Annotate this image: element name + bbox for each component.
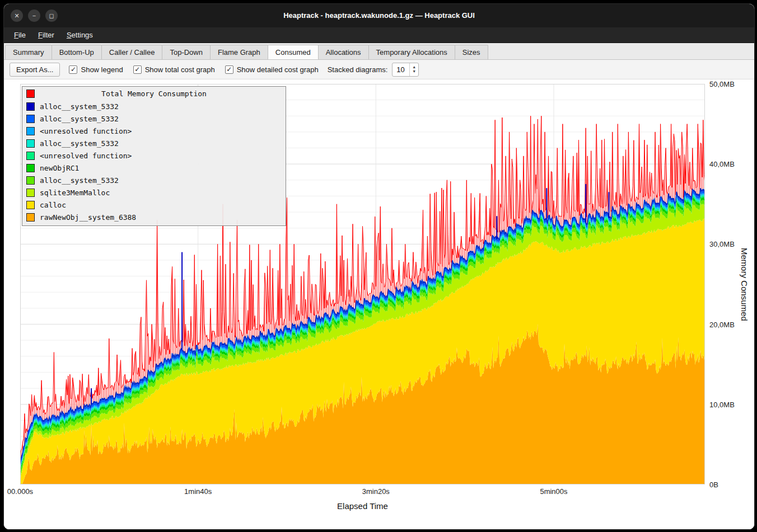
- legend-item: alloc__system_5332: [22, 174, 286, 186]
- legend-item-label: alloc__system_5332: [40, 176, 119, 185]
- legend-item: <unresolved function>: [22, 125, 286, 137]
- legend-item-label: sqlite3MemMalloc: [40, 189, 110, 197]
- tab-caller-callee[interactable]: Caller / Callee: [101, 45, 163, 59]
- tab-sizes[interactable]: Sizes: [455, 45, 488, 59]
- y-axis-label: 50,0MB: [709, 80, 735, 88]
- legend-title-label: Total Memory Consumption: [101, 90, 207, 98]
- stacked-diagrams-label: Stacked diagrams:: [328, 65, 388, 74]
- tab-temporary-allocations[interactable]: Temporary Allocations: [368, 45, 455, 59]
- checkbox-label: Show total cost graph: [145, 65, 215, 74]
- window-controls: ✕ − ◻: [11, 10, 58, 22]
- legend-item-label: newObjRC1: [40, 164, 79, 172]
- chart-area: Total Memory Consumptionalloc__system_53…: [4, 79, 754, 529]
- menu-file[interactable]: File: [8, 29, 31, 41]
- y-axis-label: 0B: [709, 481, 718, 489]
- y-axis-label: 30,0MB: [709, 240, 735, 248]
- legend-item-label: alloc__system_5332: [40, 115, 119, 123]
- legend-item: calloc: [22, 199, 286, 211]
- checkbox-show-legend[interactable]: ✓Show legend: [69, 65, 123, 74]
- checkbox-box: ✓: [225, 65, 233, 74]
- x-axis-label: 3min20s: [351, 487, 401, 496]
- titlebar[interactable]: ✕ − ◻ Heaptrack - heaptrack.wakunode.1.g…: [4, 4, 754, 27]
- legend-item: sqlite3MemMalloc: [22, 186, 286, 199]
- toolbar-checkboxes: ✓Show legend✓Show total cost graph✓Show …: [69, 65, 318, 74]
- spinbox-arrows: ▲ ▼: [409, 63, 418, 76]
- y-axis-label: 20,0MB: [709, 321, 735, 329]
- x-axis-label: 5min00s: [529, 487, 579, 496]
- legend-item: alloc__system_5332: [22, 112, 286, 125]
- heaptrack-window: ✕ − ◻ Heaptrack - heaptrack.wakunode.1.g…: [3, 3, 755, 530]
- minimize-button[interactable]: −: [28, 10, 40, 22]
- legend-swatch: [26, 213, 35, 222]
- legend-swatch: [26, 115, 35, 123]
- y-axis-label: 10,0MB: [709, 401, 735, 409]
- maximize-button[interactable]: ◻: [45, 10, 58, 22]
- stacked-diagrams-spinbox[interactable]: 10 ▲ ▼: [392, 63, 419, 77]
- legend-item: alloc__system_5332: [22, 137, 286, 149]
- checkbox-show-detailed-cost-graph[interactable]: ✓Show detailed cost graph: [225, 65, 319, 74]
- tab-top-down[interactable]: Top-Down: [162, 45, 211, 59]
- x-axis-label: 00.000s: [3, 487, 45, 496]
- tab-flame-graph[interactable]: Flame Graph: [210, 45, 268, 59]
- legend-item: newObjRC1: [22, 162, 286, 174]
- x-axis-label: 1min40s: [173, 487, 223, 496]
- y-axis-title: Memory Consumed: [740, 84, 749, 484]
- tab-bottom-up[interactable]: Bottom-Up: [52, 45, 102, 59]
- tab-allocations[interactable]: Allocations: [318, 45, 369, 59]
- legend-swatch: [26, 102, 35, 111]
- legend-swatch: [26, 139, 35, 148]
- legend-item: rawNewObj__system_6388: [22, 211, 286, 223]
- spinbox-value: 10: [392, 65, 409, 74]
- x-axis-title: Elapsed Time: [20, 501, 705, 511]
- toolbar: Export As... ✓Show legend✓Show total cos…: [4, 60, 754, 79]
- checkbox-box: ✓: [69, 65, 77, 74]
- menu-bar: FileFilterSettings: [4, 27, 754, 43]
- legend-item-label: <unresolved function>: [40, 152, 132, 160]
- legend-item-label: calloc: [40, 201, 66, 209]
- chart-legend: Total Memory Consumptionalloc__system_53…: [22, 86, 286, 226]
- legend-item: alloc__system_5332: [22, 100, 286, 112]
- legend-swatch: [26, 201, 35, 209]
- legend-item-label: alloc__system_5332: [40, 102, 119, 111]
- legend-swatch: [26, 127, 35, 135]
- menu-settings[interactable]: Settings: [61, 29, 99, 41]
- checkbox-label: Show legend: [81, 65, 123, 74]
- legend-swatch-total: [26, 90, 35, 98]
- checkbox-label: Show detailed cost graph: [237, 65, 319, 74]
- spinbox-up-arrow[interactable]: ▲: [410, 65, 418, 69]
- legend-title-row: Total Memory Consumption: [22, 88, 286, 100]
- tab-consumed[interactable]: Consumed: [268, 45, 319, 59]
- legend-swatch: [26, 176, 35, 185]
- tab-summary[interactable]: Summary: [5, 45, 52, 59]
- export-as-button[interactable]: Export As...: [10, 63, 60, 77]
- legend-swatch: [26, 189, 35, 197]
- checkbox-show-total-cost-graph[interactable]: ✓Show total cost graph: [133, 65, 215, 74]
- y-axis-label: 40,0MB: [709, 160, 735, 168]
- legend-item-label: alloc__system_5332: [40, 139, 119, 148]
- legend-item-label: <unresolved function>: [40, 127, 132, 135]
- screen-background: ✕ − ◻ Heaptrack - heaptrack.wakunode.1.g…: [0, 0, 757, 532]
- legend-swatch: [26, 152, 35, 160]
- legend-item: <unresolved function>: [22, 149, 286, 162]
- window-title: Heaptrack - heaptrack.wakunode.1.gz — He…: [4, 4, 754, 27]
- legend-swatch: [26, 164, 35, 172]
- checkbox-box: ✓: [133, 65, 142, 74]
- legend-item-label: rawNewObj__system_6388: [40, 213, 136, 222]
- spinbox-down-arrow[interactable]: ▼: [410, 69, 418, 74]
- menu-filter[interactable]: Filter: [32, 29, 60, 41]
- close-button[interactable]: ✕: [11, 10, 23, 22]
- tab-bar: SummaryBottom-UpCaller / CalleeTop-DownF…: [4, 43, 754, 60]
